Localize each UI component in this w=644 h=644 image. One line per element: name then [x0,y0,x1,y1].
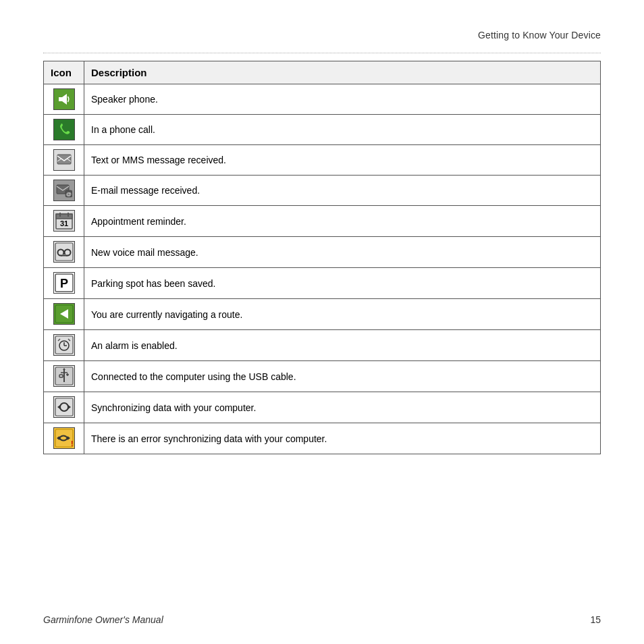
description-cell: Synchronizing data with your computer. [84,392,601,423]
header-divider [43,53,601,53]
in-call-icon [53,119,75,140]
table-row: Synchronizing data with your computer. [44,392,601,423]
speaker-phone-icon [44,84,84,115]
description-cell: An alarm is enabled. [84,330,601,361]
alarm-icon [53,334,75,356]
navigation-icon [44,299,84,330]
svg-rect-9 [56,214,72,219]
svg-rect-2 [57,155,71,164]
table-row: @ E-mail message received. [44,176,601,206]
usb-icon [44,361,84,392]
description-cell: Text or MMS message received. [84,145,601,176]
table-row: New voice mail message. [44,237,601,268]
description-cell: There is an error synchronizing data wit… [84,423,601,454]
text-mms-icon [44,145,84,176]
alarm-icon [44,330,84,361]
page-number: 15 [590,614,601,625]
in-call-icon [44,115,84,145]
sync-error-icon: ! [53,427,75,449]
icons-table: Icon Description Speaker phone. In a pho… [43,61,601,454]
svg-text:@: @ [66,191,72,197]
col-header-icon: Icon [44,61,84,84]
description-cell: You are currently navigating a route. [84,299,601,330]
appointment-icon: 31 [53,210,75,232]
table-row: 31 Appointment reminder. [44,206,601,237]
svg-text:P: P [59,277,68,290]
speaker-phone-icon [53,88,75,110]
svg-text:!: ! [71,440,73,448]
table-row: In a phone call. [44,115,601,145]
table-row: You are currently navigating a route. [44,299,601,330]
table-row: An alarm is enabled. [44,330,601,361]
svg-text:31: 31 [59,219,68,227]
page-footer: Garminfone Owner's Manual 15 [43,614,601,625]
sync-icon [53,396,75,418]
description-cell: Connected to the computer using the USB … [84,361,601,392]
description-cell: E-mail message received. [84,176,601,206]
description-cell: New voice mail message. [84,237,601,268]
svg-marker-1 [62,94,67,105]
sync-icon [44,392,84,423]
voicemail-icon [44,237,84,268]
email-icon: @ [44,176,84,206]
table-row: Speaker phone. [44,84,601,115]
description-cell: Appointment reminder. [84,206,601,237]
description-cell: Speaker phone. [84,84,601,115]
appointment-icon: 31 [44,206,84,237]
text-mms-icon [53,149,75,171]
table-header-row: Icon Description [44,61,601,84]
page-header-title: Getting to Know Your Device [478,30,601,41]
table-row: P Parking spot has been saved. [44,268,601,299]
main-content: Icon Description Speaker phone. In a pho… [43,61,601,454]
parking-icon: P [44,268,84,299]
table-row: ! There is an error synchronizing data w… [44,423,601,454]
svg-rect-0 [59,97,62,101]
voicemail-icon [53,241,75,263]
email-received-icon: @ [53,180,75,201]
description-cell: Parking spot has been saved. [84,268,601,299]
description-cell: In a phone call. [84,115,601,145]
usb-icon [53,365,75,387]
parking-icon: P [53,272,75,294]
navigation-icon [53,303,75,325]
sync-error-icon: ! [44,423,84,454]
table-row: Connected to the computer using the USB … [44,361,601,392]
manual-title: Garminfone Owner's Manual [43,614,163,625]
table-row: Text or MMS message received. [44,145,601,176]
col-header-description: Description [84,61,601,84]
